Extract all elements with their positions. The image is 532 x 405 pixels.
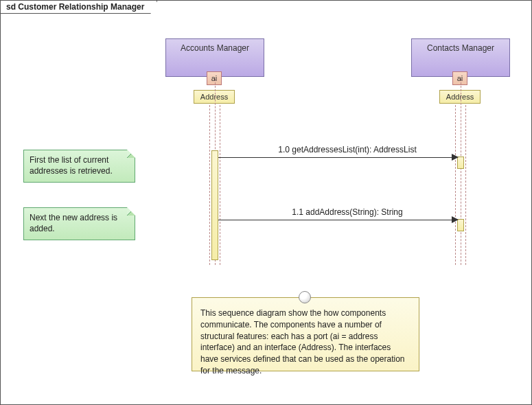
arrow-head-icon xyxy=(452,154,459,161)
interface-accounts: Address xyxy=(194,90,235,104)
message-label-1: 1.0 getAddressesList(int): AddressList xyxy=(248,145,447,154)
note-2-text: Next the new address is added. xyxy=(30,213,117,233)
lifeline-accounts: Accounts Manager ai Address xyxy=(165,38,264,77)
port-contacts: ai xyxy=(452,71,467,85)
interface-contacts: Address xyxy=(439,90,481,104)
info-icon xyxy=(299,291,311,303)
note-1: First the list of current addresses is r… xyxy=(23,150,135,183)
activation-accounts xyxy=(211,150,218,260)
lifeline-dash xyxy=(461,79,461,265)
component-accounts-label: Accounts Manager xyxy=(166,39,264,53)
note-1-text: First the list of current addresses is r… xyxy=(30,155,113,176)
diagram-canvas: sd Customer Relationship Manager Account… xyxy=(0,0,532,405)
message-line-2 xyxy=(218,220,457,220)
lifeline-dash xyxy=(209,105,210,265)
frame-title-tab: sd Customer Relationship Manager xyxy=(1,1,157,14)
frame-title: sd Customer Relationship Manager xyxy=(1,1,157,14)
arrow-head-icon xyxy=(452,216,459,223)
lifeline-dash xyxy=(455,105,456,265)
lifeline-contacts: Contacts Manager ai Address xyxy=(411,38,510,77)
info-note-text: This sequence diagram show the how compo… xyxy=(200,308,405,375)
component-contacts-label: Contacts Manager xyxy=(412,39,509,53)
message-line-1 xyxy=(218,157,457,158)
note-2: Next the new address is added. xyxy=(23,207,135,240)
info-note: This sequence diagram show the how compo… xyxy=(192,297,419,371)
port-accounts: ai xyxy=(207,71,222,85)
lifeline-dash xyxy=(220,105,220,265)
message-label-2: 1.1 addAddress(String): String xyxy=(255,207,440,217)
lifeline-dash xyxy=(465,105,466,265)
